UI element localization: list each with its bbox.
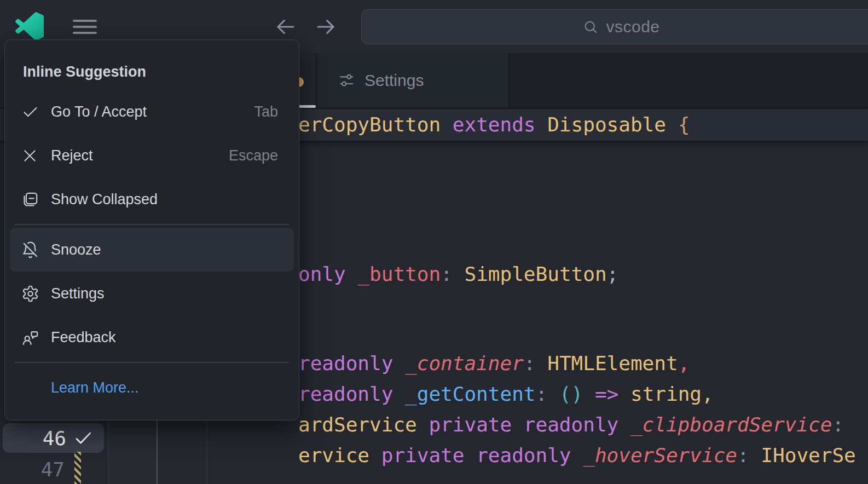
indent-guide [206, 418, 207, 484]
menu-item-label: Feedback [51, 329, 116, 346]
menu-item-shortcut: Escape [229, 147, 278, 164]
accepted-line-gutter-widget[interactable]: 46 [3, 423, 104, 453]
code-token: readonly [476, 444, 571, 466]
active-tab-indicator [298, 105, 316, 108]
code-token: readonly [298, 383, 393, 405]
code-token [536, 113, 548, 136]
collapse-icon [21, 191, 39, 209]
code-token [583, 383, 595, 405]
code-line: readonly _getContent: () => string, [298, 379, 714, 410]
code-token: _button [357, 263, 441, 285]
tab-settings-label: Settings [364, 71, 424, 90]
code-token: => [595, 383, 618, 405]
code-token: SimpleButton [464, 263, 606, 285]
code-token: readonly [524, 413, 618, 436]
gutter-boundary-line [108, 418, 109, 484]
inline-suggestion-menu: Inline Suggestion Go To / Accept Tab Rej… [4, 39, 299, 420]
code-token: ardService [298, 413, 417, 436]
forward-arrow-icon[interactable] [315, 15, 338, 38]
command-center-search[interactable]: vscode [361, 9, 868, 44]
code-token: : [536, 383, 548, 405]
menu-item-label: Snooze [51, 241, 101, 258]
code-token [464, 444, 476, 466]
code-token [346, 263, 358, 285]
code-token: _clipboardService [630, 413, 832, 436]
menu-item-label: Go To / Accept [51, 103, 147, 120]
line-number-46: 46 [43, 427, 66, 450]
code-token: extends [453, 113, 536, 136]
tab-settings[interactable]: Settings [316, 53, 510, 108]
modified-lines-gutter-stripe [74, 452, 81, 484]
menu-item-reject[interactable]: Reject Escape [5, 134, 299, 177]
code-token [512, 413, 524, 436]
code-token [618, 383, 630, 405]
search-icon [582, 19, 599, 35]
code-line: only _button: SimpleButton; [298, 259, 618, 290]
code-token [666, 113, 678, 136]
code-token: : [524, 352, 536, 374]
code-token [547, 383, 559, 405]
code-line: erCopyButton extends Disposable { [298, 109, 690, 141]
vscode-window: vscode Settings erCopyButton extends Dis… [0, 0, 868, 484]
code-token: _getContent [405, 383, 535, 405]
code-token: () [559, 383, 583, 405]
gutter-tint [109, 418, 157, 484]
menu-item-snooze[interactable]: Snooze [10, 228, 294, 272]
check-icon [73, 428, 93, 448]
menu-item-shortcut: Tab [254, 103, 278, 120]
code-token: private [429, 413, 512, 436]
menu-hamburger-icon[interactable] [73, 20, 97, 34]
code-line: ervice private readonly _hoverService: I… [298, 440, 856, 471]
person-chat-icon [21, 329, 39, 347]
gear-icon [21, 285, 39, 303]
code-token [393, 352, 405, 374]
search-query-text: vscode [606, 18, 659, 36]
code-token: ervice [298, 444, 369, 466]
menu-item-show-collapsed[interactable]: Show Collapsed [5, 177, 299, 221]
menu-item-label: Settings [51, 285, 105, 302]
code-token [441, 113, 453, 136]
code-token [369, 444, 381, 466]
code-token: string [630, 383, 702, 405]
code-token: only [298, 263, 346, 285]
code-token: { [678, 113, 690, 136]
code-token: : [441, 263, 453, 285]
x-icon [21, 147, 38, 164]
code-token [571, 444, 583, 466]
code-token: IHoverSe [761, 444, 855, 466]
back-arrow-icon[interactable] [274, 15, 297, 38]
code-token: : [737, 444, 749, 466]
menu-divider [15, 362, 289, 363]
code-token: private [381, 444, 465, 466]
bell-off-icon [21, 241, 39, 259]
code-token: erCopyButton [298, 113, 441, 136]
code-token [453, 263, 465, 285]
code-line: ardService private readonly _clipboardSe… [298, 410, 844, 440]
menu-item-label: Reject [51, 147, 93, 164]
menu-item-feedback[interactable]: Feedback [5, 315, 299, 359]
line-number-47: 47 [0, 458, 65, 481]
code-token [749, 444, 761, 466]
code-token [417, 413, 429, 436]
code-line: readonly _container: HTMLElement, [298, 348, 690, 379]
code-token: _container [405, 352, 524, 374]
code-token: : [832, 413, 844, 436]
indent-guide [157, 418, 158, 484]
code-token: HTMLElement [547, 352, 678, 374]
code-token [618, 413, 630, 436]
sliders-icon [338, 72, 355, 89]
vscode-logo-icon [15, 12, 44, 41]
learn-more-link[interactable]: Learn More... [5, 366, 299, 410]
menu-item-label: Show Collapsed [51, 191, 158, 208]
menu-item-settings[interactable]: Settings [5, 272, 299, 315]
menu-item-go-to-accept[interactable]: Go To / Accept Tab [5, 90, 299, 134]
code-token: , [702, 383, 714, 405]
code-token: _hoverService [583, 444, 737, 466]
code-token: , [678, 352, 690, 374]
code-token [536, 352, 548, 374]
code-token: Disposable [547, 113, 666, 136]
code-token [393, 383, 405, 405]
code-token: readonly [298, 352, 393, 374]
check-icon [21, 103, 39, 121]
code-token: ; [607, 263, 619, 285]
